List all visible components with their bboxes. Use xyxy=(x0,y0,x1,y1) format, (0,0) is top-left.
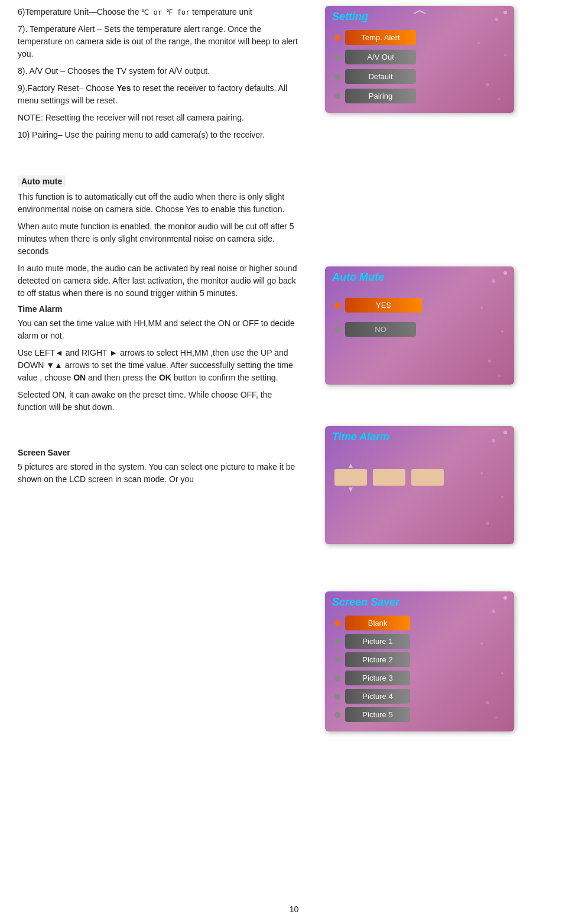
dot-picture4 xyxy=(334,694,340,700)
right-column: Setting Temp. Alert A/V Out xyxy=(313,0,588,893)
screen-saver-text-1: 5 pictures are stored in the system. You… xyxy=(18,461,301,486)
text-block-3: 8). A/V Out – Chooses the TV system for … xyxy=(18,65,301,77)
dot-picture5 xyxy=(334,712,340,718)
screen-saver-screenshot: Screen Saver Blank Picture 1 xyxy=(325,591,514,731)
text-block-6: 10) Pairing– Use the pairing menu to add… xyxy=(18,129,301,141)
dot-default xyxy=(334,74,340,80)
dot-av-out xyxy=(334,54,340,60)
screen-saver-picture2: Picture 2 xyxy=(334,652,505,667)
screen-saver-section: Screen Saver 5 pictures are stored in th… xyxy=(18,448,301,486)
av-out-button: A/V Out xyxy=(345,50,416,64)
pairing-button: Pairing xyxy=(345,89,416,103)
auto-mute-menu: YES NO xyxy=(325,286,514,346)
time-alarm-screenshot: Time Alarm ▲ ▼ ▲ ▼ xyxy=(325,426,514,544)
picture5-button: Picture 5 xyxy=(345,707,410,722)
dot-picture2 xyxy=(334,657,340,663)
blank-button: Blank xyxy=(345,616,410,630)
time-fields-row: ▲ ▼ ▲ ▼ ▲ xyxy=(334,462,505,493)
screen-saver-picture3: Picture 3 xyxy=(334,671,505,685)
screen-saver-heading: Screen Saver xyxy=(18,448,301,457)
page-number: 10 xyxy=(0,905,588,914)
setting-screenshot: Setting Temp. Alert A/V Out xyxy=(325,6,514,113)
hh-up-arrow: ▲ xyxy=(347,462,355,469)
dot-picture1 xyxy=(334,639,340,645)
temp-alert-button: Temp. Alert xyxy=(345,30,416,45)
default-button: Default xyxy=(345,69,416,84)
picture3-button: Picture 3 xyxy=(345,671,410,685)
para-pairing: 10) Pairing– Use the pairing menu to add… xyxy=(18,129,301,141)
setting-title: Setting xyxy=(325,6,514,25)
picture1-button: Picture 1 xyxy=(345,634,410,649)
screen-saver-title: Screen Saver xyxy=(325,591,514,611)
screen-saver-menu: Blank Picture 1 Picture 2 xyxy=(325,611,514,731)
svg-point-13 xyxy=(486,522,489,525)
dot-blank xyxy=(334,620,340,626)
mm-column: ▲ ▼ xyxy=(373,462,405,493)
time-alarm-text-2: Use LEFT◄ and RIGHT ► arrows to select H… xyxy=(18,347,301,384)
onoff-column: ▲ ▼ xyxy=(411,462,444,493)
dot-yes xyxy=(334,303,340,308)
yes-button: YES xyxy=(345,298,422,313)
text-block-5: NOTE: Resetting the receiver will not re… xyxy=(18,112,301,124)
time-alarm-title: Time Alarm xyxy=(325,426,514,445)
para-note-reset: NOTE: Resetting the receiver will not re… xyxy=(18,112,301,124)
hh-field xyxy=(334,469,367,486)
para-av-out: 8). A/V Out – Chooses the TV system for … xyxy=(18,65,301,77)
time-alarm-text-1: You can set the time value with HH,MM an… xyxy=(18,317,301,342)
setting-menu: Temp. Alert A/V Out Default xyxy=(325,25,514,113)
para-temp-unit: 6)Temperature Unit—Choose the ℃ or ℉ for… xyxy=(18,6,301,18)
time-alarm-section: Time Alarm You can set the time value wi… xyxy=(18,304,301,414)
dot-temp-alert xyxy=(334,35,340,41)
mm-field xyxy=(373,469,405,486)
auto-mute-title: Auto Mute xyxy=(325,266,514,286)
screen-saver-picture5: Picture 5 xyxy=(334,707,505,722)
auto-mute-text-3: In auto mute mode, the audio can be acti… xyxy=(18,262,301,300)
para-temp-alert: 7). Temperature Alert – Sets the tempera… xyxy=(18,23,301,60)
time-alarm-body: ▲ ▼ ▲ ▼ ▲ xyxy=(325,445,514,507)
dot-pairing xyxy=(334,93,340,99)
picture4-button: Picture 4 xyxy=(345,689,410,704)
setting-menu-item-default: Default xyxy=(334,69,505,84)
text-block-4: 9).Factory Reset– Choose Yes to reset th… xyxy=(18,82,301,107)
setting-menu-item-pairing: Pairing xyxy=(334,89,505,103)
dot-no xyxy=(334,327,340,333)
hh-down-arrow: ▼ xyxy=(347,486,355,493)
screen-saver-picture1: Picture 1 xyxy=(334,634,505,649)
svg-point-9 xyxy=(498,375,501,377)
svg-point-8 xyxy=(488,360,491,363)
auto-mute-no-item: NO xyxy=(334,322,505,337)
setting-menu-item-av-out: A/V Out xyxy=(334,50,505,64)
auto-mute-screenshot: Auto Mute YES NO xyxy=(325,266,514,385)
auto-mute-section: Auto mute This function is to automatica… xyxy=(18,175,301,300)
setting-menu-item-temp-alert: Temp. Alert xyxy=(334,30,505,45)
auto-mute-yes-item: YES xyxy=(334,298,505,313)
para-factory-reset: 9).Factory Reset– Choose Yes to reset th… xyxy=(18,82,301,107)
dot-picture3 xyxy=(334,675,340,681)
auto-mute-text-1: This function is to automatically cut of… xyxy=(18,191,301,216)
text-block-1: 6)Temperature Unit—Choose the ℃ or ℉ for… xyxy=(18,6,301,18)
screen-saver-blank: Blank xyxy=(334,616,505,630)
time-alarm-heading: Time Alarm xyxy=(18,304,301,314)
time-alarm-text-3: Selected ON, it can awake on the preset … xyxy=(18,389,301,414)
onoff-field xyxy=(411,469,444,486)
no-button: NO xyxy=(345,322,416,337)
screen-saver-picture4: Picture 4 xyxy=(334,689,505,704)
hh-column: ▲ ▼ xyxy=(334,462,367,493)
left-column: 6)Temperature Unit—Choose the ℃ or ℉ for… xyxy=(0,0,313,893)
auto-mute-heading: Auto mute xyxy=(18,175,66,187)
picture2-button: Picture 2 xyxy=(345,652,410,667)
auto-mute-text-2: When auto mute function is enabled, the … xyxy=(18,220,301,258)
text-block-2: 7). Temperature Alert – Sets the tempera… xyxy=(18,23,301,60)
